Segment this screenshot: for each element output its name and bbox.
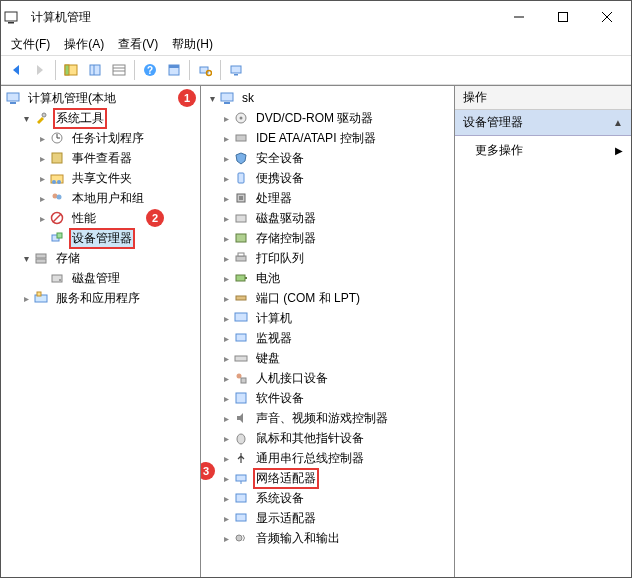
- tree-storage[interactable]: 存储: [1, 248, 200, 268]
- device-monitor[interactable]: 监视器: [201, 328, 454, 348]
- expand-icon[interactable]: [219, 111, 233, 125]
- close-button[interactable]: [585, 2, 629, 32]
- expand-icon[interactable]: [219, 371, 233, 385]
- device-audio-video[interactable]: 声音、视频和游戏控制器: [201, 408, 454, 428]
- device-tree[interactable]: sk DVD/CD-ROM 驱动器 IDE ATA/ATAPI 控制器 安全设备…: [201, 86, 454, 556]
- device-portable[interactable]: 便携设备: [201, 168, 454, 188]
- expand-icon[interactable]: [219, 131, 233, 145]
- tree-shared-folders[interactable]: 共享文件夹: [1, 168, 200, 188]
- expand-icon[interactable]: [19, 291, 33, 305]
- device-battery[interactable]: 电池: [201, 268, 454, 288]
- expand-icon[interactable]: [219, 391, 233, 405]
- expand-icon[interactable]: [35, 171, 49, 185]
- expand-icon[interactable]: [219, 171, 233, 185]
- expand-icon[interactable]: [219, 191, 233, 205]
- monitor-icon-button[interactable]: [225, 59, 247, 81]
- svg-rect-41: [35, 295, 47, 302]
- device-ports[interactable]: 端口 (COM 和 LPT): [201, 288, 454, 308]
- expand-icon[interactable]: [219, 151, 233, 165]
- view-list-button[interactable]: [84, 59, 106, 81]
- expand-icon[interactable]: [35, 211, 49, 225]
- tree-services-apps[interactable]: 服务和应用程序: [1, 288, 200, 308]
- hid-icon: [233, 370, 249, 386]
- device-disk-drives[interactable]: 磁盘驱动器: [201, 208, 454, 228]
- expand-icon[interactable]: [219, 271, 233, 285]
- tree-event-viewer[interactable]: 事件查看器: [1, 148, 200, 168]
- console-tree-pane: 计算机管理(本地 1 系统工具 任务计划程序 事件查看器: [1, 86, 201, 577]
- back-button[interactable]: [5, 59, 27, 81]
- device-storage-controllers[interactable]: 存储控制器: [201, 228, 454, 248]
- clock-icon: [49, 130, 65, 146]
- console-tree[interactable]: 计算机管理(本地 1 系统工具 任务计划程序 事件查看器: [1, 86, 200, 316]
- expand-icon[interactable]: [219, 351, 233, 365]
- device-system[interactable]: 系统设备: [201, 488, 454, 508]
- svg-point-64: [237, 434, 245, 444]
- tree-root-computer-management[interactable]: 计算机管理(本地 1: [1, 88, 200, 108]
- device-keyboard[interactable]: 键盘: [201, 348, 454, 368]
- expand-icon[interactable]: [219, 211, 233, 225]
- expand-icon[interactable]: [35, 151, 49, 165]
- device-dvd[interactable]: DVD/CD-ROM 驱动器: [201, 108, 454, 128]
- svg-rect-22: [10, 102, 16, 104]
- tree-label: 安全设备: [253, 149, 307, 168]
- svg-rect-7: [65, 65, 69, 75]
- expand-icon[interactable]: [219, 491, 233, 505]
- tree-local-users[interactable]: 本地用户和组: [1, 188, 200, 208]
- device-cpu[interactable]: 处理器: [201, 188, 454, 208]
- expand-icon[interactable]: [35, 191, 49, 205]
- expand-icon[interactable]: [219, 231, 233, 245]
- menu-view[interactable]: 查看(V): [112, 34, 164, 55]
- tree-disk-management[interactable]: 磁盘管理: [1, 268, 200, 288]
- expand-icon[interactable]: [219, 431, 233, 445]
- device-usb[interactable]: 通用串行总线控制器 3: [201, 448, 454, 468]
- tree-device-manager[interactable]: 设备管理器: [1, 228, 200, 248]
- tree-task-scheduler[interactable]: 任务计划程序: [1, 128, 200, 148]
- tree-label: DVD/CD-ROM 驱动器: [253, 109, 376, 128]
- expand-icon[interactable]: [219, 471, 233, 485]
- expand-icon[interactable]: [219, 411, 233, 425]
- svg-point-46: [240, 117, 243, 120]
- actions-selected-node[interactable]: 设备管理器 ▲: [455, 110, 631, 136]
- device-root[interactable]: sk: [201, 88, 454, 108]
- expand-icon[interactable]: [19, 251, 33, 265]
- device-tree-pane: sk DVD/CD-ROM 驱动器 IDE ATA/ATAPI 控制器 安全设备…: [201, 86, 455, 577]
- device-mouse[interactable]: 鼠标和其他指针设备: [201, 428, 454, 448]
- expand-icon[interactable]: [219, 251, 233, 265]
- expand-icon[interactable]: [19, 111, 33, 125]
- device-ide[interactable]: IDE ATA/ATAPI 控制器: [201, 128, 454, 148]
- properties-button[interactable]: [163, 59, 185, 81]
- minimize-button[interactable]: [497, 2, 541, 32]
- device-print-queue[interactable]: 打印队列: [201, 248, 454, 268]
- expand-icon[interactable]: [205, 91, 219, 105]
- device-display[interactable]: 显示适配器: [201, 508, 454, 528]
- device-computer[interactable]: 计算机: [201, 308, 454, 328]
- maximize-button[interactable]: [541, 2, 585, 32]
- actions-more[interactable]: 更多操作 ▶: [455, 136, 631, 165]
- menu-action[interactable]: 操作(A): [58, 34, 110, 55]
- tree-system-tools[interactable]: 系统工具: [1, 108, 200, 128]
- device-software[interactable]: 软件设备: [201, 388, 454, 408]
- toolbar: ?: [1, 55, 631, 85]
- menu-file[interactable]: 文件(F): [5, 34, 56, 55]
- help-button[interactable]: ?: [139, 59, 161, 81]
- device-hid[interactable]: 人机接口设备: [201, 368, 454, 388]
- device-security[interactable]: 安全设备: [201, 148, 454, 168]
- expand-icon[interactable]: [219, 451, 233, 465]
- device-network-adapters[interactable]: 网络适配器: [201, 468, 454, 488]
- svg-rect-16: [169, 65, 179, 68]
- forward-button[interactable]: [29, 59, 51, 81]
- expand-icon[interactable]: [219, 511, 233, 525]
- tree-label: 监视器: [253, 329, 295, 348]
- svg-rect-59: [236, 334, 246, 341]
- menu-help[interactable]: 帮助(H): [166, 34, 219, 55]
- view-detail-button[interactable]: [108, 59, 130, 81]
- expand-icon[interactable]: [219, 291, 233, 305]
- tree-performance[interactable]: 性能 2: [1, 208, 200, 228]
- show-hide-tree-button[interactable]: [60, 59, 82, 81]
- expand-icon[interactable]: [219, 311, 233, 325]
- expand-icon[interactable]: [35, 131, 49, 145]
- device-audio-io[interactable]: 音频输入和输出: [201, 528, 454, 548]
- expand-icon[interactable]: [219, 331, 233, 345]
- scan-hardware-button[interactable]: [194, 59, 216, 81]
- expand-icon[interactable]: [219, 531, 233, 545]
